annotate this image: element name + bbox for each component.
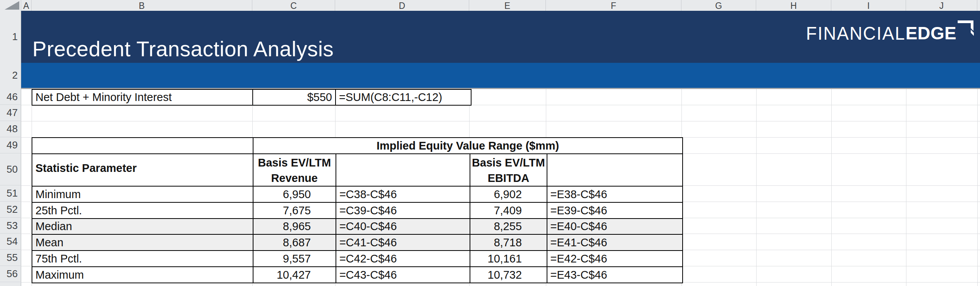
row-header-55[interactable]: 55 — [0, 250, 21, 266]
logo-text-bold: EDGE — [906, 24, 957, 42]
revenue-value-cell[interactable]: 10,427 — [253, 267, 336, 283]
column-header-partial[interactable] — [977, 0, 980, 11]
revenue-basis-header-line1: Basis EV/LTM — [253, 155, 336, 170]
ebitda-value-cell[interactable]: 7,409 — [470, 202, 547, 219]
page-title: Precedent Transaction Analysis — [32, 37, 334, 61]
gridline — [906, 89, 906, 286]
table-row: Median 8,965 =C40-C$46 8,255 =E40-C$46 — [32, 219, 683, 234]
ebitda-basis-header-cell[interactable]: Basis EV/LTM EBITDA — [470, 154, 547, 186]
row-header-51[interactable]: 51 — [0, 185, 21, 202]
revenue-formula-cell[interactable]: =C38-C$46 — [336, 186, 470, 202]
row-header-strip: 1 2 46 47 48 49 50 51 52 53 54 55 56 — [0, 11, 21, 286]
gridline — [831, 89, 832, 286]
revenue-value-cell[interactable]: 6,950 — [253, 186, 336, 202]
row-header-49[interactable]: 49 — [0, 137, 21, 153]
ebitda-formula-cell[interactable]: =E42-C$46 — [547, 251, 683, 267]
row-header-53[interactable]: 53 — [0, 218, 21, 234]
ebitda-value-cell[interactable]: 10,732 — [470, 267, 547, 283]
column-header-g[interactable]: G — [681, 0, 756, 11]
ebitda-value-cell[interactable]: 10,161 — [470, 251, 547, 267]
table-row: Mean 8,687 =C41-C$46 8,718 =E41-C$46 — [32, 234, 683, 251]
net-debt-row: Net Debt + Minority Interest $550 =SUM(C… — [32, 89, 472, 106]
ebitda-value-cell[interactable]: 6,902 — [470, 186, 547, 202]
row-header-2[interactable]: 2 — [0, 63, 21, 88]
ebitda-formula-cell[interactable]: =E39-C$46 — [547, 202, 683, 219]
row-header-52[interactable]: 52 — [0, 202, 21, 218]
empty-header-cell-f50[interactable] — [547, 154, 683, 186]
row-header-47[interactable]: 47 — [0, 105, 21, 121]
stat-label-cell[interactable]: Minimum — [32, 186, 253, 202]
ebitda-formula-cell[interactable]: =E41-C$46 — [547, 234, 683, 251]
stat-label-cell[interactable]: Maximum — [32, 267, 253, 283]
ebitda-formula-cell[interactable]: =E38-C$46 — [547, 186, 683, 202]
column-header-strip: A B C D E F G H I J — [0, 0, 980, 11]
column-header-a[interactable]: A — [21, 0, 32, 11]
row-header-partial[interactable] — [0, 282, 21, 286]
ebitda-formula-cell[interactable]: =E40-C$46 — [547, 219, 683, 234]
revenue-basis-header-line2: Revenue — [253, 170, 336, 186]
row-header-48[interactable]: 48 — [0, 121, 21, 137]
stats-table: Implied Equity Value Range ($mm) Statist… — [32, 137, 683, 283]
column-header-c[interactable]: C — [252, 0, 335, 11]
logo-text-thin: FINANCIAL — [806, 24, 905, 42]
table-title-cell[interactable]: Implied Equity Value Range ($mm) — [253, 138, 683, 154]
stat-label-cell[interactable]: 25th Pctl. — [32, 202, 253, 219]
column-header-e[interactable]: E — [469, 0, 546, 11]
row-header-54[interactable]: 54 — [0, 234, 21, 250]
row-header-1[interactable]: 1 — [0, 11, 21, 63]
statistic-parameter-header-cell[interactable]: Statistic Parameter — [32, 154, 253, 186]
revenue-formula-cell[interactable]: =C39-C$46 — [336, 202, 470, 219]
revenue-value-cell[interactable]: 7,675 — [253, 202, 336, 219]
band-row-cell[interactable] — [21, 63, 980, 88]
ebitda-value-cell[interactable]: 8,718 — [470, 234, 547, 251]
gridline — [756, 89, 757, 286]
logo-edge-corner-icon — [958, 20, 975, 37]
title-banner-cell[interactable]: Precedent Transaction Analysis FINANCIAL… — [21, 11, 980, 63]
empty-cell-b49[interactable] — [32, 138, 253, 154]
revenue-value-cell[interactable]: 8,965 — [253, 219, 336, 234]
revenue-basis-header-cell[interactable]: Basis EV/LTM Revenue — [253, 154, 336, 186]
net-debt-formula-cell[interactable]: =SUM(C8:C11,-C12) — [336, 89, 471, 105]
column-header-h[interactable]: H — [756, 0, 831, 11]
stat-label-cell[interactable]: Median — [32, 219, 253, 234]
table-row: Minimum 6,950 =C38-C$46 6,902 =E38-C$46 — [32, 186, 683, 202]
stat-label-cell[interactable]: 75th Pctl. — [32, 251, 253, 267]
ebitda-basis-header-line2: EBITDA — [470, 170, 546, 186]
column-header-j[interactable]: J — [906, 0, 977, 11]
table-row: 25th Pctl. 7,675 =C39-C$46 7,409 =E39-C$… — [32, 202, 683, 219]
ebitda-basis-header-line1: Basis EV/LTM — [470, 155, 546, 170]
row-header-50[interactable]: 50 — [0, 153, 21, 185]
column-header-b[interactable]: B — [32, 0, 252, 11]
table-row: 75th Pctl. 9,557 =C42-C$46 10,161 =E42-C… — [32, 251, 683, 267]
gridline — [977, 89, 978, 286]
net-debt-label-cell[interactable]: Net Debt + Minority Interest — [32, 89, 253, 105]
revenue-value-cell[interactable]: 9,557 — [253, 251, 336, 267]
table-row: Maximum 10,427 =C43-C$46 10,732 =E43-C$4… — [32, 267, 683, 283]
select-all-button[interactable] — [0, 0, 21, 11]
revenue-formula-cell[interactable]: =C43-C$46 — [336, 267, 470, 283]
stat-label-cell[interactable]: Mean — [32, 234, 253, 251]
spreadsheet: Precedent Transaction Analysis FINANCIAL… — [0, 0, 980, 286]
row-header-46[interactable]: 46 — [0, 89, 21, 105]
revenue-formula-cell[interactable]: =C41-C$46 — [336, 234, 470, 251]
select-all-triangle-icon — [5, 1, 19, 10]
brand-logo: FINANCIALEDGE — [806, 24, 975, 42]
row-header-56[interactable]: 56 — [0, 266, 21, 282]
column-header-d[interactable]: D — [335, 0, 469, 11]
column-header-f[interactable]: F — [546, 0, 681, 11]
revenue-formula-cell[interactable]: =C40-C$46 — [336, 219, 470, 234]
revenue-formula-cell[interactable]: =C42-C$46 — [336, 251, 470, 267]
ebitda-formula-cell[interactable]: =E43-C$46 — [547, 267, 683, 283]
empty-header-cell-d50[interactable] — [336, 154, 470, 186]
net-debt-value-cell[interactable]: $550 — [253, 89, 336, 105]
revenue-value-cell[interactable]: 8,687 — [253, 234, 336, 251]
gridline — [21, 121, 980, 121]
column-header-i[interactable]: I — [831, 0, 906, 11]
ebitda-value-cell[interactable]: 8,255 — [470, 219, 547, 234]
